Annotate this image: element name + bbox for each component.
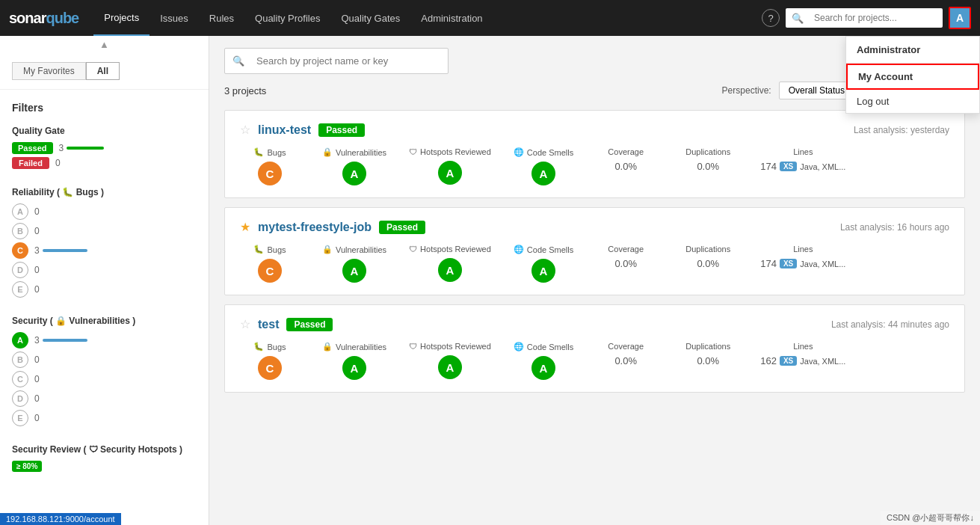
hotspots-metric: 🛡Hotspots Reviewed A <box>409 245 491 282</box>
smells-icon: 🌐 <box>514 147 524 157</box>
quality-gate-passed-row: Passed 3 <box>12 142 197 154</box>
security-review-a-circle: ≥ 80% <box>12 461 42 472</box>
project-star-icon[interactable]: ☆ <box>240 123 250 137</box>
project-card: ☆ linux-test Passed Last analysis: yeste… <box>224 110 965 198</box>
hotspots-label: 🛡Hotspots Reviewed <box>409 342 491 351</box>
lines-lang: Java, XML... <box>800 162 845 171</box>
hotspots-grade: A <box>438 258 462 282</box>
lines-size-badge: XS <box>780 356 797 366</box>
project-status-badge: Passed <box>286 318 333 331</box>
grade-circle-E[interactable]: E <box>12 281 28 298</box>
vulns-metric: 🔒Vulnerabilities A <box>322 342 386 380</box>
grade-circle-B[interactable]: B <box>12 351 28 368</box>
coverage-metric: Coverage 0.0% <box>596 342 656 366</box>
hotspots-grade: A <box>438 161 462 185</box>
project-header: ★ mytest-freestyle-job Passed Last analy… <box>240 220 949 234</box>
nav-projects[interactable]: Projects <box>93 0 150 36</box>
smells-metric: 🌐Code Smells A <box>514 342 573 380</box>
project-left: ☆ test Passed <box>240 317 333 331</box>
grade-count: 3 <box>34 335 40 346</box>
statusbar-watermark: CSDN @小超哥哥帮你↓ <box>881 511 980 525</box>
coverage-value: 0.0% <box>614 161 637 172</box>
bugs-icon: 🐛 <box>253 147 264 157</box>
project-search-input[interactable] <box>807 10 937 26</box>
bugs-metric: 🐛Bugs C <box>240 245 300 283</box>
lines-label: Lines <box>793 342 813 351</box>
grade-count: 0 <box>34 206 40 217</box>
grade-circle-A[interactable]: A <box>12 203 28 220</box>
grade-circle-C[interactable]: C <box>12 242 28 259</box>
vulns-metric: 🔒Vulnerabilities A <box>322 245 386 283</box>
my-favorites-button[interactable]: My Favorites <box>12 62 86 80</box>
reliability-title: Reliability ( 🐛 Bugs ) <box>12 187 197 197</box>
nav-quality-gates[interactable]: Quality Gates <box>330 0 410 36</box>
smells-icon: 🌐 <box>514 342 524 351</box>
lines-label: Lines <box>793 147 813 156</box>
logout-link[interactable]: Log out <box>846 90 979 113</box>
lines-value-container: 162 XS Java, XML... <box>760 355 845 366</box>
smells-grade: A <box>531 356 555 380</box>
account-avatar[interactable]: A <box>949 7 971 29</box>
bugs-icon: 🐛 <box>253 342 264 351</box>
lines-lang: Java, XML... <box>800 357 845 366</box>
search-container: 🔍 <box>786 8 943 28</box>
vulns-grade: A <box>342 259 366 283</box>
logo[interactable]: sonarqube <box>9 10 78 27</box>
coverage-label: Coverage <box>608 147 644 156</box>
duplications-label: Duplications <box>685 342 730 351</box>
hotspots-icon: 🛡 <box>409 147 417 156</box>
smells-metric: 🌐Code Smells A <box>514 245 573 283</box>
project-name-link[interactable]: linux-test <box>258 123 311 137</box>
nav-quality-profiles[interactable]: Quality Profiles <box>244 0 330 36</box>
lines-size-badge: XS <box>780 259 797 268</box>
project-name-search[interactable] <box>249 52 440 70</box>
lines-metric: Lines 162 XS Java, XML... <box>760 342 845 366</box>
passed-badge[interactable]: Passed <box>12 142 53 154</box>
grade-circle-B[interactable]: B <box>12 223 28 239</box>
project-name-link[interactable]: mytest-freestyle-job <box>258 221 372 234</box>
bugs-metric: 🐛Bugs C <box>240 342 300 380</box>
nav-rules[interactable]: Rules <box>199 0 244 36</box>
grade-circle-E[interactable]: E <box>12 410 28 426</box>
security-review-title: Security Review ( 🛡 Security Hotspots ) <box>12 444 197 455</box>
failed-badge[interactable]: Failed <box>12 157 49 169</box>
quality-gate-title: Quality Gate <box>12 126 197 136</box>
project-star-icon[interactable]: ☆ <box>240 317 250 331</box>
grade-count: 3 <box>34 245 40 256</box>
smells-grade: A <box>531 259 555 283</box>
grade-row: B 0 <box>12 351 197 368</box>
grade-count: 0 <box>34 393 40 404</box>
grade-circle-C[interactable]: C <box>12 371 28 387</box>
duplications-value: 0.0% <box>697 258 719 269</box>
lines-count: 174 <box>760 258 777 269</box>
vulns-icon: 🔒 <box>322 342 333 351</box>
bugs-grade: C <box>258 162 282 185</box>
nav-administration[interactable]: Administration <box>410 0 493 36</box>
hotspots-metric: 🛡Hotspots Reviewed A <box>409 147 491 185</box>
project-name-link[interactable]: test <box>258 318 279 331</box>
reliability-filter: Reliability ( 🐛 Bugs ) A 0 B 0 C 3 D 0 E <box>0 179 209 308</box>
duplications-value: 0.0% <box>697 161 719 172</box>
search-box-icon: 🔍 <box>232 55 244 67</box>
statusbar-url: 192.168.88.121:9000/account <box>0 513 121 525</box>
topnav-right: ? 🔍 A Administrator My Account Log out <box>762 7 971 29</box>
project-star-icon[interactable]: ★ <box>240 220 250 234</box>
all-button[interactable]: All <box>86 62 120 80</box>
project-card: ☆ test Passed Last analysis: 44 minutes … <box>224 304 965 393</box>
lines-value-container: 174 XS Java, XML... <box>760 161 845 172</box>
coverage-value: 0.0% <box>614 258 637 269</box>
grade-circle-D[interactable]: D <box>12 262 28 278</box>
grade-count: 0 <box>34 265 40 275</box>
smells-label: 🌐Code Smells <box>514 147 573 157</box>
grade-circle-D[interactable]: D <box>12 390 28 407</box>
lines-metric: Lines 174 XS Java, XML... <box>760 147 845 172</box>
metrics-row: 🐛Bugs C 🔒Vulnerabilities A 🛡Hotspots Rev… <box>240 342 949 380</box>
nav-issues[interactable]: Issues <box>150 0 199 36</box>
help-button[interactable]: ? <box>762 9 780 27</box>
lines-metric: Lines 174 XS Java, XML... <box>760 245 845 269</box>
grade-count: 0 <box>34 413 40 423</box>
my-account-link[interactable]: My Account <box>846 64 979 90</box>
coverage-metric: Coverage 0.0% <box>596 245 656 269</box>
scroll-up-arrow[interactable]: ▲ <box>0 36 209 53</box>
grade-circle-A[interactable]: A <box>12 332 28 349</box>
